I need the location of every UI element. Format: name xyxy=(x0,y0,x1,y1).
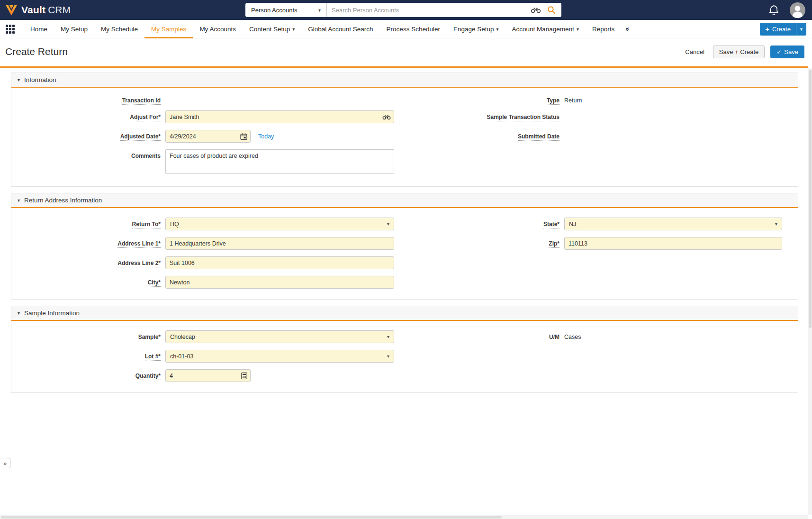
return-to-label: Return To* xyxy=(11,221,161,228)
chevron-down-icon: ▾ xyxy=(292,27,295,32)
create-button[interactable]: + Create xyxy=(760,23,796,36)
comments-label: Comments xyxy=(11,149,161,159)
chevron-down-icon: ▾ xyxy=(775,221,777,227)
tab-my-samples[interactable]: My Samples xyxy=(144,20,193,38)
tab-my-accounts[interactable]: My Accounts xyxy=(193,20,243,38)
uom-value: Cases xyxy=(564,334,782,340)
section-return-address-header[interactable]: ▾ Return Address Information xyxy=(11,193,798,208)
chevron-down-icon: ▾ xyxy=(318,8,321,13)
app-launcher-grid-icon[interactable] xyxy=(4,23,16,35)
section-sample-information: ▾ Sample Information Sample* Cholecap ▾ … xyxy=(11,306,798,393)
calculator-icon[interactable] xyxy=(241,372,247,379)
zip-label: Zip* xyxy=(399,240,559,247)
tab-my-schedule[interactable]: My Schedule xyxy=(94,20,144,38)
save-create-button[interactable]: Save + Create xyxy=(713,46,765,58)
lot-select[interactable]: ch-01-03 ▾ xyxy=(165,350,394,363)
return-to-select[interactable]: HQ ▾ xyxy=(165,218,394,230)
section-title: Information xyxy=(24,76,56,83)
sample-transaction-status-value xyxy=(564,117,782,117)
section-title: Sample Information xyxy=(24,310,80,317)
create-button-label: Create xyxy=(772,26,791,33)
address-line-2-label: Address Line 2* xyxy=(11,260,161,266)
section-information-body: Transaction Id Type Return Adjust For* xyxy=(11,88,798,186)
double-chevron-icon: » xyxy=(3,460,7,467)
page-header: Create Return Cancel Save + Create ✓ Sav… xyxy=(0,38,812,66)
submitted-date-value xyxy=(564,136,782,137)
transaction-id-label: Transaction Id xyxy=(11,97,161,104)
tab-process-scheduler[interactable]: Process Scheduler xyxy=(380,20,447,38)
return-to-value: HQ xyxy=(170,221,179,228)
user-avatar[interactable] xyxy=(790,2,805,18)
cancel-button[interactable]: Cancel xyxy=(682,48,707,55)
vertical-scrollbar-thumb[interactable] xyxy=(809,70,812,328)
comments-textarea[interactable]: Four cases of product are expired xyxy=(165,149,394,174)
transaction-id-value xyxy=(165,100,394,101)
section-return-address: ▾ Return Address Information Return To* … xyxy=(11,193,798,300)
lot-label: Lot #* xyxy=(11,353,161,360)
chevron-down-icon: ▾ xyxy=(496,27,499,32)
search-icons xyxy=(531,6,561,14)
section-title: Return Address Information xyxy=(24,197,102,204)
zip-input[interactable] xyxy=(564,237,782,250)
search-scope-value: Person Accounts xyxy=(251,7,298,14)
horizontal-scrollbar-thumb[interactable] xyxy=(1,516,502,519)
search-scope-dropdown[interactable]: Person Accounts ▾ xyxy=(245,3,327,17)
adjusted-date-input[interactable] xyxy=(165,130,251,143)
tab-reports[interactable]: Reports xyxy=(586,20,621,38)
brand-word-vault: Vault xyxy=(21,4,45,16)
section-information-header[interactable]: ▾ Information xyxy=(11,73,798,88)
horizontal-scrollbar[interactable] xyxy=(0,515,808,519)
search-icon[interactable] xyxy=(547,6,556,14)
create-split-button: + Create ▾ xyxy=(760,23,806,36)
header-right xyxy=(768,0,805,20)
search-input[interactable] xyxy=(327,7,531,14)
tab-content-setup[interactable]: Content Setup▾ xyxy=(243,20,301,38)
vault-v-icon xyxy=(5,4,18,16)
return-address-form: Return To* HQ ▾ State* NJ ▾ Address Line… xyxy=(11,218,798,289)
save-button[interactable]: ✓ Save xyxy=(770,46,804,58)
vault-crm-logo[interactable]: Vault CRM xyxy=(0,4,71,16)
tab-global-account-search[interactable]: Global Account Search xyxy=(301,20,379,38)
notifications-bell-icon[interactable] xyxy=(768,4,779,16)
address-line-1-input[interactable] xyxy=(165,237,394,250)
state-select[interactable]: NJ ▾ xyxy=(564,218,782,230)
type-value: Return xyxy=(564,97,782,104)
lot-value: ch-01-03 xyxy=(170,353,193,360)
page-accent-divider xyxy=(0,66,808,68)
section-sample-information-header[interactable]: ▾ Sample Information xyxy=(11,306,798,321)
tab-engage-setup[interactable]: Engage Setup▾ xyxy=(447,20,505,38)
save-button-label: Save xyxy=(784,48,798,55)
uom-label: U/M xyxy=(399,334,559,340)
state-label: State* xyxy=(399,221,559,228)
sidebar-expander-button[interactable]: » xyxy=(0,458,10,468)
sample-select[interactable]: Cholecap ▾ xyxy=(165,330,394,343)
sample-transaction-status-label: Sample Transaction Status xyxy=(399,114,559,120)
binoculars-icon[interactable] xyxy=(531,7,541,13)
quantity-input[interactable] xyxy=(165,369,251,382)
more-tabs-chevron-icon[interactable]: » xyxy=(621,20,634,38)
address-line-1-label: Address Line 1* xyxy=(11,240,161,247)
calendar-icon[interactable] xyxy=(240,133,247,140)
section-sample-information-body: Sample* Cholecap ▾ U/M Cases Lot #* ch-0… xyxy=(11,321,798,392)
adjust-for-input[interactable] xyxy=(165,110,394,123)
tab-my-setup[interactable]: My Setup xyxy=(54,20,94,38)
global-search: Person Accounts ▾ xyxy=(245,3,561,17)
address-line-2-input[interactable] xyxy=(165,256,394,269)
brand-word-crm: CRM xyxy=(48,4,71,16)
chevron-down-icon: ▾ xyxy=(577,27,579,32)
create-dropdown-button[interactable]: ▾ xyxy=(796,23,806,36)
section-return-address-body: Return To* HQ ▾ State* NJ ▾ Address Line… xyxy=(11,208,798,299)
city-label: City* xyxy=(11,279,161,286)
today-link[interactable]: Today xyxy=(258,133,274,140)
vertical-scrollbar[interactable] xyxy=(808,68,812,515)
city-input[interactable] xyxy=(165,276,394,289)
tab-home[interactable]: Home xyxy=(24,20,54,38)
tab-account-management[interactable]: Account Management▾ xyxy=(505,20,586,38)
app-header: Vault CRM Person Accounts ▾ xyxy=(0,0,812,20)
binoculars-icon[interactable] xyxy=(382,114,391,120)
plus-icon: + xyxy=(765,26,769,33)
chevron-down-icon: ▾ xyxy=(387,354,389,359)
type-label: Type xyxy=(399,97,559,104)
main-nav: Home My Setup My Schedule My Samples My … xyxy=(0,20,812,38)
sample-value: Cholecap xyxy=(170,334,195,340)
